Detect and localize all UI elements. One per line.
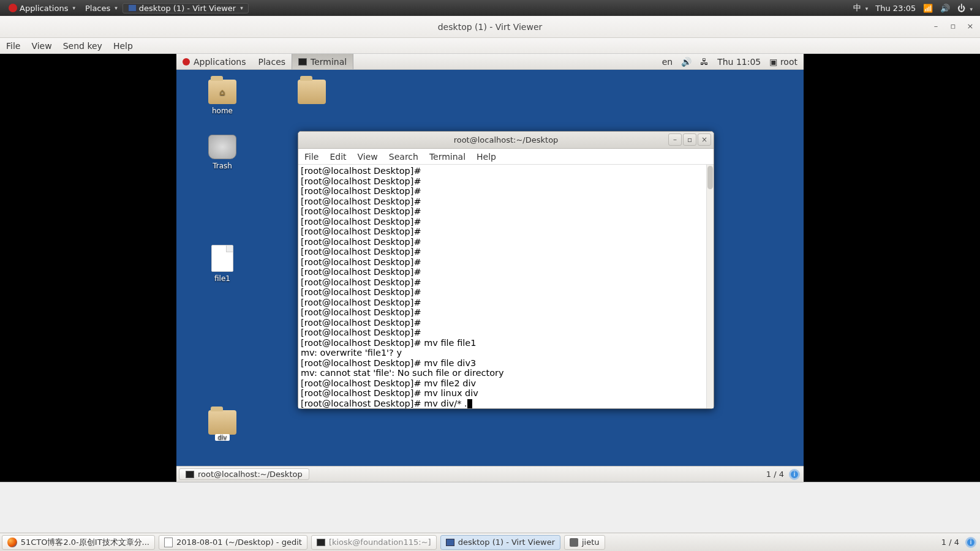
vv-menu-view[interactable]: View — [31, 41, 51, 51]
folder-icon — [298, 80, 326, 104]
desktop-icon-div3[interactable] — [284, 80, 339, 107]
virt-viewer-window: desktop (1) - Virt Viewer – ▫ × File Vie… — [0, 16, 980, 482]
folder-icon: ⌂ — [208, 80, 236, 104]
vv-menu-sendkey[interactable]: Send key — [63, 41, 102, 51]
host-task-browser[interactable]: 51CTO博客2.0-原创IT技术文章分... — [2, 535, 155, 550]
desktop-icon-file1[interactable]: file1 — [195, 245, 250, 283]
terminal-menu-bar: File Edit View Search Terminal Help — [298, 149, 714, 165]
chevron-down-icon: ▾ — [72, 5, 75, 11]
terminal-menu-help[interactable]: Help — [477, 152, 496, 162]
guest-applications-menu[interactable]: Applications — [176, 57, 252, 67]
vv-titlebar[interactable]: desktop (1) - Virt Viewer – ▫ × — [0, 16, 980, 38]
notification-icon[interactable]: i — [789, 469, 800, 480]
terminal-menu-search[interactable]: Search — [389, 152, 418, 162]
terminal-menu-file[interactable]: File — [304, 152, 318, 162]
vv-title: desktop (1) - Virt Viewer — [438, 22, 543, 32]
guest-bottom-panel: root@localhost:~/Desktop 1 / 4 i — [176, 466, 804, 482]
network-icon[interactable]: 🖧 — [700, 57, 709, 67]
terminal-menu-edit[interactable]: Edit — [330, 152, 346, 162]
terminal-maximize-button[interactable]: ▫ — [683, 133, 696, 146]
guest-workspace-pager[interactable]: 1 / 4 — [761, 470, 789, 479]
maximize-button[interactable]: ▫ — [947, 20, 959, 32]
distro-icon — [9, 4, 17, 12]
host-places-menu[interactable]: Places▾ — [80, 4, 123, 13]
terminal-menu-view[interactable]: View — [358, 152, 378, 162]
gedit-icon — [164, 538, 173, 547]
desktop-icon-home[interactable]: ⌂ home — [195, 80, 250, 115]
desktop-icon-div[interactable]: div — [195, 410, 250, 437]
app-icon — [570, 538, 578, 547]
guest-desktop-root: Applications Places Terminal en 🔊 🖧 Thu … — [176, 54, 804, 482]
host-task-gedit[interactable]: 2018-08-01 (~/Desktop) - gedit — [159, 535, 307, 550]
trash-icon — [208, 135, 236, 159]
guest-active-task-terminal[interactable]: Terminal — [292, 54, 353, 69]
guest-clock[interactable]: Thu 11:05 — [717, 57, 761, 67]
vv-menu-help[interactable]: Help — [113, 41, 133, 51]
user-menu[interactable]: ▣ root — [769, 57, 797, 67]
virt-viewer-icon — [446, 539, 454, 546]
terminal-output[interactable]: [root@localhost Desktop]#[root@localhost… — [298, 165, 714, 408]
minimize-button[interactable]: – — [930, 20, 942, 32]
host-workspace-pager[interactable]: 1 / 4 — [935, 538, 965, 547]
terminal-minimize-button[interactable]: – — [668, 133, 682, 146]
terminal-titlebar[interactable]: root@localhost:~/Desktop – ▫ × — [298, 132, 714, 149]
terminal-icon — [186, 471, 194, 478]
terminal-close-button[interactable]: × — [698, 133, 711, 146]
host-clock[interactable]: Thu 23:05 — [875, 4, 916, 13]
guest-top-panel: Applications Places Terminal en 🔊 🖧 Thu … — [176, 54, 804, 70]
keyboard-layout[interactable]: en — [662, 57, 673, 67]
file-icon — [211, 245, 233, 272]
host-bottom-panel: 51CTO博客2.0-原创IT技术文章分... 2018-08-01 (~/De… — [0, 533, 980, 551]
folder-icon: div — [208, 410, 236, 435]
host-top-panel: Applications▾ Places▾ desktop (1) - Virt… — [0, 0, 980, 16]
host-task-virt-viewer[interactable]: desktop (1) - Virt Viewer — [440, 535, 560, 550]
power-icon[interactable]: ⏻ ▾ — [957, 4, 973, 13]
guest-places-menu[interactable]: Places — [252, 57, 292, 67]
scrollbar-thumb[interactable] — [707, 166, 713, 189]
volume-icon[interactable]: 🔊 — [940, 4, 950, 13]
active-app-chip[interactable]: desktop (1) - Virt Viewer▾ — [123, 3, 249, 13]
close-button[interactable]: × — [964, 20, 976, 32]
host-applications-menu[interactable]: Applications▾ — [4, 4, 80, 13]
icon-label: home — [195, 107, 250, 115]
volume-icon[interactable]: 🔊 — [681, 57, 692, 67]
host-task-terminal[interactable]: [kiosk@foundation115:~] — [311, 535, 437, 550]
guest-display[interactable]: Applications Places Terminal en 🔊 🖧 Thu … — [0, 54, 980, 482]
guest-desktop-area[interactable]: ⌂ home Trash file1 div 2018 — [176, 70, 804, 466]
terminal-scrollbar[interactable] — [706, 165, 714, 408]
icon-label: Trash — [195, 162, 250, 170]
vv-menu-file[interactable]: File — [6, 41, 20, 51]
icon-label: file1 — [195, 274, 250, 283]
terminal-icon — [317, 539, 325, 546]
distro-icon — [183, 58, 190, 66]
terminal-window[interactable]: root@localhost:~/Desktop – ▫ × File Edit… — [298, 131, 714, 409]
firefox-icon — [7, 538, 17, 547]
terminal-title: root@localhost:~/Desktop — [454, 135, 559, 144]
desktop-icon-trash[interactable]: Trash — [195, 135, 250, 170]
notification-icon[interactable]: i — [965, 537, 976, 548]
terminal-menu-terminal[interactable]: Terminal — [429, 152, 466, 162]
ime-indicator[interactable]: 中 ▾ — [853, 2, 869, 13]
virt-viewer-icon — [128, 4, 137, 12]
wifi-icon[interactable]: 📶 — [923, 4, 933, 13]
guest-task-terminal[interactable]: root@localhost:~/Desktop — [179, 468, 309, 480]
host-task-jietu[interactable]: jietu — [564, 535, 605, 550]
terminal-icon — [298, 58, 307, 66]
vv-menu-bar: File View Send key Help — [0, 38, 980, 54]
